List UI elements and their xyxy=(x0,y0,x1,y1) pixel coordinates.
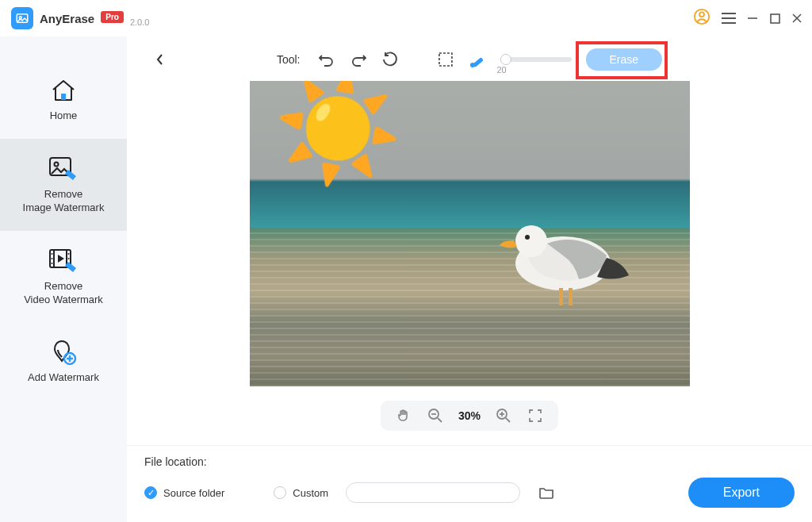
app-logo xyxy=(11,7,33,29)
redo-button[interactable] xyxy=(350,51,367,68)
tool-label: Tool: xyxy=(277,53,301,66)
custom-path-input[interactable] xyxy=(346,482,520,503)
svg-line-30 xyxy=(438,418,442,422)
svg-point-10 xyxy=(55,162,59,166)
zoom-in-button[interactable] xyxy=(495,407,512,424)
brush-size-slider[interactable]: 20 xyxy=(500,57,572,62)
radio-custom[interactable]: Custom xyxy=(274,486,328,499)
zoom-bar: 30% xyxy=(381,401,558,431)
sidebar-item-remove-video-watermark[interactable]: Remove Video Watermark xyxy=(0,231,127,323)
maximize-button[interactable] xyxy=(769,13,780,24)
radio-label: Custom xyxy=(293,487,328,499)
fullscreen-button[interactable] xyxy=(527,407,544,424)
marquee-tool[interactable] xyxy=(437,51,454,68)
svg-rect-28 xyxy=(569,288,573,305)
radio-dot-icon xyxy=(144,486,157,499)
sidebar-item-label: Home xyxy=(50,109,78,123)
erase-button[interactable]: Erase xyxy=(586,48,663,71)
svg-point-18 xyxy=(68,258,70,259)
sidebar: Home Remove Image Watermark Remove Video… xyxy=(0,36,127,522)
video-watermark-icon xyxy=(48,247,79,275)
svg-line-33 xyxy=(506,418,510,422)
svg-point-25 xyxy=(515,225,547,257)
editor-toolbar: Tool: 20 Erase xyxy=(141,46,798,73)
undo-button[interactable] xyxy=(318,51,335,68)
image-canvas[interactable]: ☀️ xyxy=(250,81,690,386)
menu-icon[interactable] xyxy=(722,13,736,24)
add-watermark-icon xyxy=(50,338,77,367)
sidebar-item-add-watermark[interactable]: Add Watermark xyxy=(0,322,127,401)
seagull-graphic xyxy=(488,196,638,315)
sidebar-item-label: Remove Video Watermark xyxy=(24,280,103,307)
svg-point-14 xyxy=(52,253,53,255)
main-panel: Tool: 20 Erase xyxy=(127,36,812,522)
svg-point-3 xyxy=(699,12,704,17)
minimize-button[interactable] xyxy=(747,13,758,24)
slider-knob[interactable] xyxy=(500,54,511,65)
zoom-out-button[interactable] xyxy=(427,407,444,424)
pro-badge: Pro xyxy=(101,11,124,23)
sidebar-item-home[interactable]: Home xyxy=(0,60,127,139)
svg-point-15 xyxy=(52,258,53,259)
export-button[interactable]: Export xyxy=(688,478,795,508)
app-version: 2.0.0 xyxy=(130,17,149,27)
pan-tool[interactable] xyxy=(395,407,412,424)
svg-point-26 xyxy=(525,235,530,240)
radio-source-folder[interactable]: Source folder xyxy=(144,486,224,499)
sidebar-item-remove-image-watermark[interactable]: Remove Image Watermark xyxy=(0,139,127,231)
svg-rect-27 xyxy=(559,288,563,305)
brush-size-value: 20 xyxy=(497,65,507,75)
zoom-value: 30% xyxy=(458,409,481,422)
brush-tool[interactable] xyxy=(469,51,486,68)
app-name: AnyErase xyxy=(40,12,94,25)
back-button[interactable] xyxy=(151,50,170,69)
home-icon xyxy=(50,76,77,105)
title-bar: AnyErase Pro 2.0.0 xyxy=(0,0,812,36)
sidebar-item-label: Remove Image Watermark xyxy=(23,188,105,215)
radio-dot-icon xyxy=(274,486,286,499)
svg-rect-8 xyxy=(61,94,66,100)
footer: File location: Source folder Custom Expo… xyxy=(127,445,812,522)
sun-sticker: ☀️ xyxy=(274,81,402,180)
reset-button[interactable] xyxy=(381,51,399,68)
radio-label: Source folder xyxy=(163,487,224,499)
svg-rect-5 xyxy=(771,14,779,23)
close-button[interactable] xyxy=(791,13,802,24)
file-location-label: File location: xyxy=(144,455,795,468)
brush-icon xyxy=(470,52,485,67)
sidebar-item-label: Add Watermark xyxy=(28,371,99,385)
svg-rect-23 xyxy=(439,53,452,66)
browse-folder-button[interactable] xyxy=(538,484,555,501)
image-watermark-icon xyxy=(48,155,79,183)
account-icon[interactable] xyxy=(693,8,710,29)
svg-point-16 xyxy=(52,263,53,264)
svg-point-17 xyxy=(68,253,70,255)
